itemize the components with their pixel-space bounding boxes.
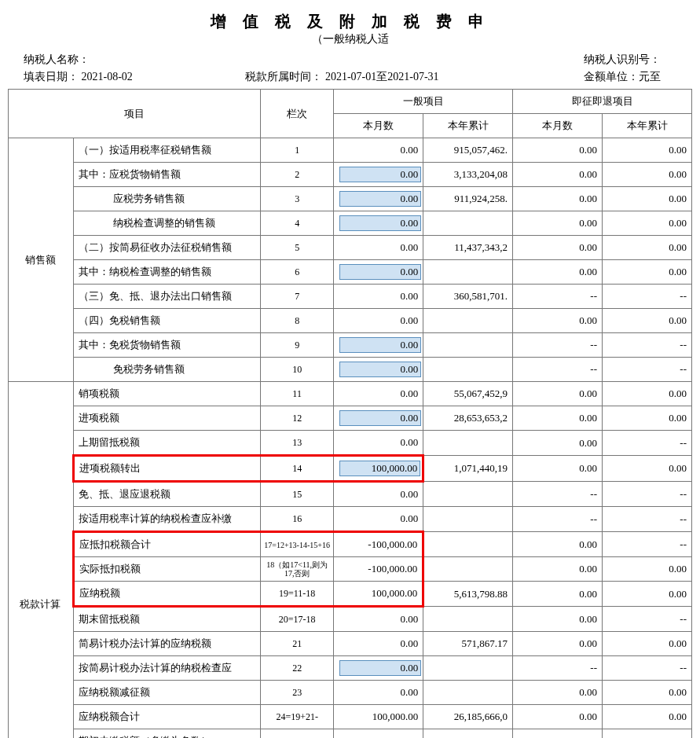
- gen-month-cell: 100,000.00: [334, 456, 423, 482]
- ref-year-cell: --: [603, 607, 692, 632]
- gen-month-cell: 0.00: [334, 607, 423, 632]
- gen-year-cell: [423, 358, 513, 382]
- ref-month-cell: 0.00: [513, 607, 603, 632]
- gen-month-cell: 0.00: [334, 309, 423, 333]
- table-row: 免税劳务销售额100.00----: [9, 358, 692, 382]
- fill-date-label: 填表日期：: [24, 71, 79, 83]
- gen-month-cell: 0.00: [334, 382, 423, 406]
- gen-month-cell: 100,000.00: [334, 705, 423, 729]
- input-field[interactable]: 0.00: [339, 215, 422, 231]
- row-label: 按适用税率计算的纳税检查应补缴: [73, 507, 260, 532]
- gen-year-cell: [423, 431, 513, 456]
- row-col-no: 15: [261, 482, 334, 507]
- gen-month-cell: 0.00: [334, 236, 423, 260]
- ref-year-cell: --: [603, 507, 692, 532]
- ref-year-cell: 0.00: [603, 163, 692, 187]
- ref-month-cell: 0.00: [513, 582, 603, 607]
- gen-month-cell: 100,000.00: [334, 582, 423, 607]
- row-col-no: 23: [261, 681, 334, 705]
- header-item: 项目: [9, 90, 261, 138]
- row-col-no: 1: [261, 138, 334, 163]
- table-row: 税款计算销项税额110.0055,067,452,90.000.00: [9, 382, 692, 406]
- table-row: 应抵扣税额合计17=12+13-14-15+16-100,000.000.00-…: [9, 532, 692, 557]
- ref-year-cell: 0.00: [603, 406, 692, 431]
- taxpayer-id-label: 纳税人识别号：: [449, 53, 676, 67]
- row-label: 应纳税额合计: [73, 705, 260, 729]
- row-col-no: 22: [261, 656, 334, 681]
- gen-year-cell: [423, 333, 513, 358]
- row-col-no: 21: [261, 632, 334, 656]
- ref-month-cell: 0.00: [513, 705, 603, 729]
- table-row: 应税劳务销售额30.00911,924,258.0.000.00: [9, 187, 692, 211]
- gen-year-cell: [423, 532, 513, 557]
- gen-year-cell: 55,067,452,9: [423, 382, 513, 406]
- input-field[interactable]: 0.00: [339, 264, 422, 280]
- table-row: 应纳税额减征额230.000.000.00: [9, 681, 692, 705]
- gen-year-cell: 3,133,204,08: [423, 163, 513, 187]
- row-col-no: 7: [261, 285, 334, 309]
- ref-year-cell: 0.00: [603, 187, 692, 211]
- gen-year-cell: 11,437,343,2: [423, 236, 513, 260]
- gen-month-cell: 0.00: [334, 632, 423, 656]
- table-row: 进项税额转出14100,000.001,071,440,190.000.00: [9, 456, 692, 482]
- input-field[interactable]: 100,000.00: [339, 461, 421, 476]
- ref-year-cell: 0.00: [603, 236, 692, 260]
- ref-year-cell: 0.00: [603, 382, 692, 406]
- ref-month-cell: --: [513, 482, 603, 507]
- ref-year-cell: 0.00: [603, 681, 692, 705]
- table-row: 实际抵扣税额18（如17<11,则为17,否则-100,000.000.000.…: [9, 557, 692, 582]
- ref-year-cell: --: [603, 333, 692, 358]
- ref-year-cell: 0.00: [603, 260, 692, 285]
- table-row: （二）按简易征收办法征税销售额50.0011,437,343,20.000.00: [9, 236, 692, 260]
- table-row: 应纳税额合计24=19+21-100,000.0026,185,666,00.0…: [9, 705, 692, 729]
- ref-month-cell: 0.00: [513, 632, 603, 656]
- header-general: 一般项目: [334, 90, 513, 114]
- row-col-no: 6: [261, 260, 334, 285]
- ref-month-cell: 0.00: [513, 138, 603, 163]
- header-gen-month: 本月数: [334, 114, 423, 138]
- row-col-no: 8: [261, 309, 334, 333]
- gen-year-cell: [423, 507, 513, 532]
- table-row: 简易计税办法计算的应纳税额210.00571,867.170.000.00: [9, 632, 692, 656]
- row-col-no: 11: [261, 382, 334, 406]
- ref-month-cell: [513, 729, 603, 739]
- row-label: 进项税额转出: [73, 456, 260, 482]
- row-col-no: 24=19+21-: [261, 705, 334, 729]
- ref-month-cell: 0.00: [513, 557, 603, 582]
- header-gen-year: 本年累计: [423, 114, 513, 138]
- header-ref-month: 本月数: [513, 114, 603, 138]
- input-field[interactable]: 0.00: [339, 337, 422, 353]
- unit-label: 金额单位：元至: [449, 70, 676, 84]
- table-row: 纳税检查调整的销售额40.000.000.00: [9, 211, 692, 236]
- input-field[interactable]: 0.00: [339, 660, 422, 676]
- ref-year-cell: [603, 729, 692, 739]
- row-col-no: 17=12+13-14-15+16: [261, 532, 334, 557]
- row-col-no: 4: [261, 211, 334, 236]
- ref-year-cell: 0.00: [603, 705, 692, 729]
- input-field[interactable]: 0.00: [339, 167, 422, 182]
- row-label: 应抵扣税额合计: [73, 532, 260, 557]
- gen-year-cell: 510,293.22: [423, 729, 513, 739]
- table-row: （三）免、抵、退办法出口销售额70.00360,581,701.----: [9, 285, 692, 309]
- ref-month-cell: 0.00: [513, 406, 603, 431]
- gen-month-cell: 0.00: [334, 187, 423, 211]
- input-field[interactable]: 0.00: [339, 410, 422, 426]
- table-row: 免、抵、退应退税额150.00----: [9, 482, 692, 507]
- gen-year-cell: 26,185,666,0: [423, 705, 513, 729]
- row-col-no: 20=17-18: [261, 607, 334, 632]
- row-label: 简易计税办法计算的应纳税额: [73, 632, 260, 656]
- gen-year-cell: [423, 681, 513, 705]
- row-label: （四）免税销售额: [73, 309, 260, 333]
- row-label: （三）免、抵、退办法出口销售额: [73, 285, 260, 309]
- table-row: 应纳税额19=11-18100,000.005,613,798.880.000.…: [9, 582, 692, 607]
- ref-year-cell: 0.00: [603, 138, 692, 163]
- ref-month-cell: --: [513, 656, 603, 681]
- gen-year-cell: 1,071,440,19: [423, 456, 513, 482]
- input-field[interactable]: 0.00: [339, 191, 422, 207]
- input-field[interactable]: 0.00: [339, 362, 422, 377]
- ref-year-cell: --: [603, 532, 692, 557]
- gen-year-cell: 5,613,798.88: [423, 582, 513, 607]
- table-row: 按简易计税办法计算的纳税检查应220.00----: [9, 656, 692, 681]
- gen-year-cell: [423, 607, 513, 632]
- row-label: 实际抵扣税额: [73, 557, 260, 582]
